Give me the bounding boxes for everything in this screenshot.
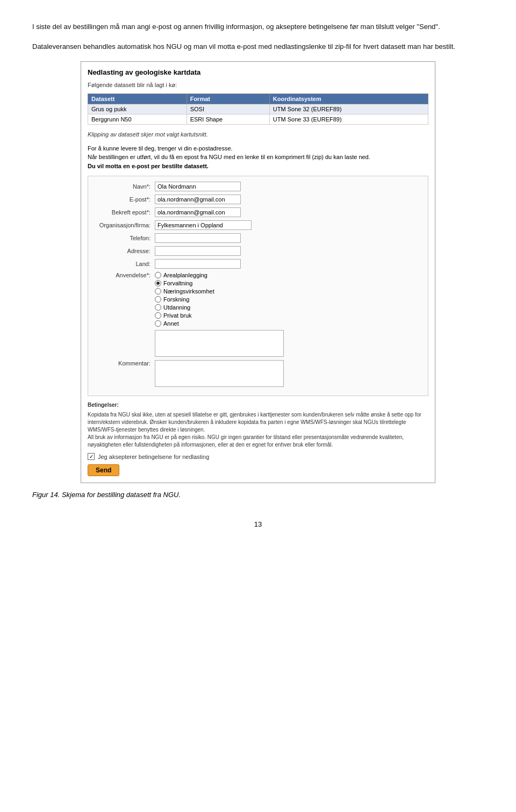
radio-annet[interactable]: Annet (155, 320, 214, 327)
radio-forskning[interactable]: Forskning (155, 296, 214, 303)
telefon-input[interactable] (155, 233, 241, 243)
radio-circle-utdanning[interactable] (155, 304, 161, 311)
col-header-koordinatsystem: Koordinatsystem (269, 94, 428, 104)
kommentar-row: Kommentar: (96, 360, 420, 387)
radio-circle-privat-bruk[interactable] (155, 312, 161, 319)
radio-label-utdanning: Utdanning (163, 304, 190, 311)
navn-input[interactable] (155, 182, 241, 191)
conditions-text: Kopidata fra NGU skal ikke, uten at spes… (88, 411, 428, 449)
row1-datasett: Grus og pukk (88, 104, 187, 114)
accept-label: Jeg aksepterer betingelsene for nedlasti… (98, 454, 213, 460)
adresse-row: Adresse: (96, 246, 420, 256)
col-header-format: Format (187, 94, 269, 104)
org-row: Organisasjon/firma: (96, 220, 420, 230)
radio-arealplanlegging[interactable]: Arealplanlegging (155, 272, 214, 278)
radio-naeringsvirksomhet[interactable]: Næringsvirksomhet (155, 288, 214, 294)
figure-caption: Figur 14. Skjema for bestilling datasett… (32, 491, 484, 499)
delivery-line-1: For å kunne levere til deg, trenger vi d… (88, 144, 428, 153)
radio-label-annet: Annet (163, 320, 179, 327)
kommentar-label: Kommentar: (96, 360, 155, 367)
table-row: Grus og pukk SOSI UTM Sone 32 (EUREF89) (88, 104, 428, 114)
navn-label: Navn*: (96, 183, 155, 190)
radio-circle-forskning[interactable] (155, 296, 161, 303)
annet-textarea[interactable] (155, 330, 284, 357)
accept-checkbox[interactable]: ✓ (88, 453, 95, 460)
anvendelse-radio-group: Arealplanlegging Forvaltning Næringsvirk… (155, 272, 214, 327)
adresse-input[interactable] (155, 246, 241, 256)
delivery-info: For å kunne levere til deg, trenger vi d… (88, 144, 428, 171)
anvendelse-label: Anvendelse*: (96, 272, 155, 278)
send-button[interactable]: Send (88, 464, 119, 476)
dataset-table: Datasett Format Koordinatsystem Grus og … (88, 94, 428, 125)
navn-row: Navn*: (96, 182, 420, 191)
radio-label-arealplanlegging: Arealplanlegging (163, 272, 207, 278)
land-label: Land: (96, 261, 155, 267)
org-input[interactable] (155, 220, 252, 230)
col-header-datasett: Datasett (88, 94, 187, 104)
accept-row: ✓ Jeg aksepterer betingelsene for nedlas… (88, 453, 428, 460)
figure-container: Nedlasting av geologiske kartdata Følgen… (81, 61, 435, 484)
land-row: Land: (96, 259, 420, 269)
epost-row: E-post*: (96, 195, 420, 204)
delivery-line-2: Når bestillingen er utført, vil du få en… (88, 153, 428, 162)
intro-paragraph-2: Dataleveransen behandles automatisk hos … (32, 41, 484, 53)
radio-utdanning[interactable]: Utdanning (155, 304, 214, 311)
epost-input[interactable] (155, 195, 241, 204)
radio-circle-naeringsvirksomhet[interactable] (155, 288, 161, 294)
page-number: 13 (32, 520, 484, 528)
radio-label-forskning: Forskning (163, 296, 189, 303)
telefon-row: Telefon: (96, 233, 420, 243)
annet-textarea-row (96, 330, 420, 357)
row2-koordinatsystem: UTM Sone 33 (EUREF89) (269, 114, 428, 124)
radio-forvaltning[interactable]: Forvaltning (155, 280, 214, 286)
telefon-label: Telefon: (96, 235, 155, 241)
conditions-title: Betingelser: (88, 401, 428, 409)
intro-paragraph-1: I siste del av bestillingen må man angi … (32, 21, 484, 33)
adresse-label: Adresse: (96, 248, 155, 254)
radio-circle-arealplanlegging[interactable] (155, 272, 161, 278)
row2-datasett: Berggrunn N50 (88, 114, 187, 124)
figure-title: Nedlasting av geologiske kartdata (88, 68, 428, 76)
queue-note: Følgende datasett blir nå lagt i kø: (88, 82, 428, 88)
order-form: Navn*: E-post*: Bekreft epost*: Organisa… (88, 176, 428, 396)
delivery-line-3: Du vil motta en e-post per bestilte data… (88, 163, 209, 169)
radio-label-forvaltning: Forvaltning (163, 280, 192, 286)
clipping-note: Klipping av datasett skjer mot valgt kar… (88, 129, 428, 138)
kommentar-textarea[interactable] (155, 360, 284, 387)
bekreft-epost-row: Bekreft epost*: (96, 207, 420, 217)
land-input[interactable] (155, 259, 241, 269)
org-label: Organisasjon/firma: (96, 222, 155, 228)
conditions-section: Betingelser: Kopidata fra NGU skal ikke,… (88, 401, 428, 449)
epost-label: E-post*: (96, 196, 155, 203)
bekreft-epost-input[interactable] (155, 207, 241, 217)
radio-circle-forvaltning[interactable] (155, 280, 161, 286)
row1-koordinatsystem: UTM Sone 32 (EUREF89) (269, 104, 428, 114)
row1-format: SOSI (187, 104, 269, 114)
anvendelse-row: Anvendelse*: Arealplanlegging Forvaltnin… (96, 272, 420, 327)
radio-privat-bruk[interactable]: Privat bruk (155, 312, 214, 319)
radio-label-privat-bruk: Privat bruk (163, 312, 192, 319)
radio-circle-annet[interactable] (155, 320, 161, 327)
table-row: Berggrunn N50 ESRI Shape UTM Sone 33 (EU… (88, 114, 428, 124)
row2-format: ESRI Shape (187, 114, 269, 124)
bekreft-label: Bekreft epost*: (96, 209, 155, 215)
radio-label-naeringsvirksomhet: Næringsvirksomhet (163, 288, 214, 294)
